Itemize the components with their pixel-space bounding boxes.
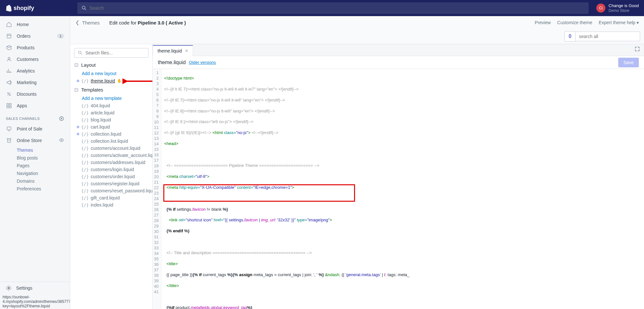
- eye-icon[interactable]: [59, 138, 64, 144]
- svg-line-1: [85, 9, 86, 10]
- orders-icon: [6, 33, 12, 39]
- store-icon: [6, 137, 12, 144]
- nav-home[interactable]: Home: [0, 19, 70, 30]
- content: ❮ Themes Edit code for Pipeline 3.0 ( Ac…: [70, 16, 644, 309]
- subnav-blog-posts[interactable]: Blog posts: [0, 154, 70, 162]
- customers-icon: [6, 56, 12, 63]
- file-theme-liquid[interactable]: {/} theme.liquid✋: [74, 77, 149, 84]
- svg-point-15: [8, 287, 10, 289]
- file-sidebar: Layout Add a new layout {/} theme.liquid…: [70, 44, 153, 309]
- cursor-icon: ✋: [117, 79, 122, 83]
- file-collection-liquid[interactable]: {/} collection.liquid: [74, 130, 149, 138]
- nav-marketing[interactable]: Marketing: [0, 77, 70, 88]
- settings-link[interactable]: Settings: [0, 282, 70, 294]
- store-name: Demo Store: [609, 8, 639, 13]
- expert-help-link[interactable]: Expert theme help ▾: [599, 20, 639, 25]
- section-templates[interactable]: Templates: [74, 87, 149, 92]
- file-collection-list-liquid[interactable]: {/} collection.list.liquid: [74, 138, 149, 145]
- line-gutter: 1234567891011121314151617181920212223242…: [153, 69, 161, 309]
- editor-tab[interactable]: theme.liquid ×: [153, 45, 193, 56]
- arrow-annotation: [122, 78, 153, 84]
- shopify-bag-icon: [5, 5, 12, 12]
- global-search[interactable]: [77, 2, 589, 14]
- add-channel-icon[interactable]: [59, 116, 64, 121]
- tabs-row: theme.liquid ×: [153, 44, 644, 56]
- discounts-icon: [6, 91, 12, 97]
- user-menu[interactable]: Ci Change is Good Demo Store: [596, 3, 639, 13]
- nav-customers[interactable]: Customers: [0, 53, 70, 65]
- file-customers-order-liquid[interactable]: {/} customers/order.liquid: [74, 173, 149, 180]
- file-customers-register-liquid[interactable]: {/} customers/register.liquid: [74, 180, 149, 187]
- svg-point-5: [10, 95, 11, 96]
- file-article-liquid[interactable]: {/} article.liquid: [74, 109, 149, 116]
- svg-rect-13: [7, 127, 11, 130]
- file-customers-login-liquid[interactable]: {/} customers/login.liquid: [74, 166, 149, 173]
- file-customers-account-liquid[interactable]: {/} customers/account.liquid: [74, 145, 149, 152]
- subnav-preferences[interactable]: Preferences: [0, 185, 70, 193]
- marketing-icon: [6, 79, 12, 86]
- file-blog-liquid[interactable]: {/} blog.liquid: [74, 116, 149, 123]
- svg-point-16: [79, 51, 81, 54]
- file-404-liquid[interactable]: {/} 404.liquid: [74, 102, 149, 109]
- file-customers-activate_account-liquid[interactable]: {/} customers/activate_account.liquid: [74, 152, 149, 159]
- user-text: Change is Good Demo Store: [609, 3, 639, 13]
- subnav-pages[interactable]: Pages: [0, 162, 70, 169]
- subnav-themes[interactable]: Themes: [0, 146, 70, 154]
- home-icon: [6, 21, 12, 28]
- save-button[interactable]: Save: [618, 58, 639, 67]
- file-customers-reset_password-liquid[interactable]: {/} customers/reset_password.liquid: [74, 187, 149, 194]
- code-editor[interactable]: 1234567891011121314151617181920212223242…: [153, 69, 644, 309]
- file-gift_card-liquid[interactable]: {/} gift_card.liquid: [74, 194, 149, 201]
- add-layout[interactable]: Add a new layout: [74, 70, 149, 77]
- svg-line-17: [81, 53, 82, 54]
- global-search-input[interactable]: [90, 5, 585, 11]
- file-header: theme.liquid Older versions Save: [153, 56, 644, 69]
- close-tab-icon[interactable]: ×: [185, 48, 188, 53]
- svg-point-3: [8, 57, 10, 59]
- topbar: shopify Ci Change is Good Demo Store: [0, 0, 644, 16]
- file-search[interactable]: [74, 48, 149, 58]
- svg-point-0: [82, 6, 85, 9]
- add-templates[interactable]: Add a new template: [74, 94, 149, 102]
- analytics-icon: [6, 68, 12, 74]
- open-filename: theme.liquid: [158, 60, 186, 65]
- search-icon: [78, 50, 83, 55]
- channel-online-store[interactable]: Online Store: [0, 135, 70, 146]
- avatar: Ci: [596, 4, 605, 13]
- channel-point-of-sale[interactable]: Point of Sale: [0, 123, 70, 135]
- apps-icon: [6, 102, 12, 109]
- editor-pane: theme.liquid × theme.liquid Older versio…: [153, 44, 644, 309]
- svg-rect-8: [7, 106, 8, 108]
- global-search-wrap: [70, 2, 596, 14]
- file-customers-addresses-liquid[interactable]: {/} customers/addresses.liquid: [74, 159, 149, 166]
- nav-orders[interactable]: Orders 1: [0, 30, 70, 42]
- svg-rect-6: [7, 103, 8, 105]
- folder-collapse-icon: [74, 88, 79, 92]
- back-chevron-icon[interactable]: ❮: [75, 20, 80, 25]
- svg-rect-7: [10, 103, 11, 105]
- breadcrumb-back[interactable]: Themes: [82, 20, 100, 25]
- file-index-liquid[interactable]: {/} index.liquid: [74, 201, 149, 208]
- search-all-input[interactable]: [576, 32, 640, 41]
- badge: 1: [57, 34, 64, 38]
- toolbar: 0: [70, 29, 644, 44]
- file-search-input[interactable]: [85, 50, 145, 55]
- expand-icon[interactable]: [630, 44, 644, 56]
- customize-link[interactable]: Customize theme: [557, 20, 592, 25]
- nav-apps[interactable]: Apps: [0, 100, 70, 111]
- code-content[interactable]: <!doctype html> <!--[if lt IE 7]><html c…: [161, 69, 411, 309]
- nav-analytics[interactable]: Analytics: [0, 65, 70, 77]
- older-versions-link[interactable]: Older versions: [189, 60, 216, 65]
- preview-link[interactable]: Preview: [535, 20, 551, 25]
- subnav-navigation[interactable]: Navigation: [0, 169, 70, 177]
- file-cart-liquid[interactable]: {/} cart.liquid: [74, 123, 149, 130]
- page-title: Edit code for Pipeline 3.0 ( Active ): [109, 20, 186, 25]
- section-layout[interactable]: Layout: [74, 62, 149, 68]
- pos-icon: [6, 126, 12, 132]
- nav-products[interactable]: Products: [0, 42, 70, 53]
- result-count: 0: [564, 31, 576, 42]
- breadcrumb-bar: ❮ Themes Edit code for Pipeline 3.0 ( Ac…: [70, 16, 644, 29]
- shopify-logo[interactable]: shopify: [5, 5, 70, 12]
- subnav-domains[interactable]: Domains: [0, 177, 70, 185]
- nav-discounts[interactable]: Discounts: [0, 88, 70, 100]
